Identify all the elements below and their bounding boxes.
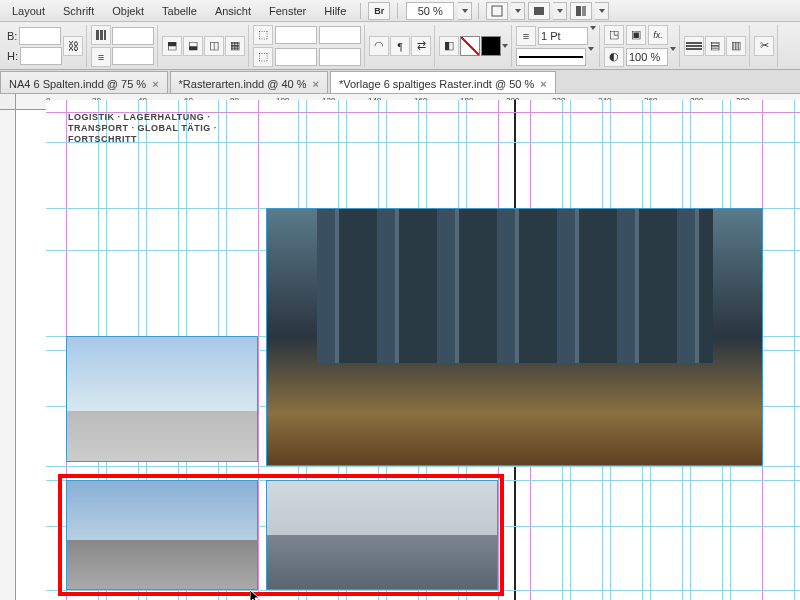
width-field[interactable] [19,27,61,45]
ruler-vertical[interactable] [0,110,16,600]
bridge-icon[interactable]: Br [368,2,390,20]
strokestyle-dd[interactable] [588,51,594,63]
tab-label: *Vorlage 6 spaltiges Raster.indt @ 50 % [339,78,534,90]
inset-3[interactable] [275,48,317,66]
airplane-placeholder [67,337,257,461]
tab-label: NA4 6 Spalten.indd @ 75 % [9,78,146,90]
svg-rect-5 [100,30,103,40]
svg-rect-2 [576,6,581,16]
stroke-dd[interactable] [590,30,596,42]
fx-icon[interactable]: fx. [648,25,668,45]
col-field-2[interactable] [112,47,154,65]
para-icon[interactable]: ¶ [390,36,410,56]
svg-rect-1 [534,7,544,15]
tab-doc-1[interactable]: NA4 6 Spalten.indd @ 75 %× [0,71,168,93]
tab-doc-3[interactable]: *Vorlage 6 spaltiges Raster.indt @ 50 %× [330,71,556,93]
screen-mode-icon[interactable] [528,2,550,20]
tab-label: *Rasterarten.indd @ 40 % [179,78,307,90]
view-dropdown[interactable] [511,2,525,20]
align-center-icon[interactable]: ⬓ [183,36,203,56]
zoom-field[interactable]: 50 % [406,2,454,20]
columns-icon[interactable] [91,25,111,45]
menu-bar: Layout Schrift Objekt Tabelle Ansicht Fe… [0,0,800,22]
corner-icon[interactable]: ◳ [604,25,624,45]
svg-rect-3 [582,6,586,16]
image-ship[interactable] [266,480,498,590]
wrap-icon[interactable]: ▣ [626,25,646,45]
view-options-icon[interactable] [486,2,508,20]
align-top-icon[interactable]: ⬒ [162,36,182,56]
zoom-dropdown[interactable] [458,2,472,20]
tab-doc-2[interactable]: *Rasterarten.indd @ 40 %× [170,71,328,93]
close-icon[interactable]: × [540,78,546,90]
crop-icon[interactable]: ✂ [754,36,774,56]
wrap-shape-icon[interactable]: ▥ [726,36,746,56]
stroke-style[interactable] [516,48,586,66]
wrap-none-icon[interactable] [684,36,704,56]
wrap-box-icon[interactable]: ▤ [705,36,725,56]
inset-4[interactable] [319,48,361,66]
opacity-dd[interactable] [670,51,676,63]
opacity-field[interactable]: 100 % [626,48,668,66]
screen-dropdown[interactable] [553,2,567,20]
bezier-icon[interactable]: ◠ [369,36,389,56]
align-justify-icon[interactable]: ▦ [225,36,245,56]
swatch-dropdown[interactable] [502,44,508,48]
menu-fenster[interactable]: Fenster [261,3,314,19]
svg-rect-4 [96,30,99,40]
ship-placeholder [267,481,497,589]
link-icon[interactable]: ⛓ [63,36,83,56]
image-city[interactable] [266,208,763,466]
headline-text[interactable]: LOGISTIK · LAGERHALTUNG · TRANSPORT · GL… [68,112,258,145]
blend-icon[interactable]: ◧ [439,36,459,56]
arrange-icon[interactable] [570,2,592,20]
fill-swatch[interactable] [460,36,480,56]
close-icon[interactable]: × [313,78,319,90]
stroke-weight[interactable]: 1 Pt [538,27,588,45]
menu-ansicht[interactable]: Ansicht [207,3,259,19]
stroke-weight-icon[interactable]: ≡ [516,26,536,46]
menu-hilfe[interactable]: Hilfe [316,3,354,19]
inset2-icon[interactable]: ⬚ [253,47,273,67]
svg-rect-0 [492,6,502,16]
inset-2[interactable] [319,26,361,44]
document-tabs: NA4 6 Spalten.indd @ 75 %× *Rasterarten.… [0,70,800,94]
control-panel: B: H: ⛓ ≡ ⬒ ⬓ ◫ ▦ ⬚ ⬚ ◠ ¶ ⇄ ◧ ≡1 Pt [0,22,800,70]
truck-placeholder [67,481,257,589]
inset-icon[interactable]: ⬚ [253,25,273,45]
height-label: H: [7,50,18,62]
ruler-origin[interactable] [0,94,16,110]
align-bottom-icon[interactable]: ◫ [204,36,224,56]
stroke-swatch[interactable] [481,36,501,56]
document-canvas[interactable]: LOGISTIK · LAGERHALTUNG · TRANSPORT · GL… [16,110,800,600]
col-field-1[interactable] [112,27,154,45]
threads-icon[interactable]: ⇄ [411,36,431,56]
page-spread: LOGISTIK · LAGERHALTUNG · TRANSPORT · GL… [46,100,800,600]
close-icon[interactable]: × [152,78,158,90]
height-field[interactable] [20,47,62,65]
menu-tabelle[interactable]: Tabelle [154,3,205,19]
menu-layout[interactable]: Layout [4,3,53,19]
image-truck[interactable] [66,480,258,590]
inset-1[interactable] [275,26,317,44]
opacity-icon[interactable]: ◐ [604,47,624,67]
menu-objekt[interactable]: Objekt [104,3,152,19]
city-placeholder [267,209,762,465]
baseline-icon[interactable]: ≡ [91,47,111,67]
image-airplane[interactable] [66,336,258,462]
arrange-dropdown[interactable] [595,2,609,20]
menu-schrift[interactable]: Schrift [55,3,102,19]
width-label: B: [7,30,17,42]
svg-rect-6 [104,30,106,40]
canvas-area: 0 20 40 60 80 100 120 140 160 180 200 22… [0,94,800,600]
